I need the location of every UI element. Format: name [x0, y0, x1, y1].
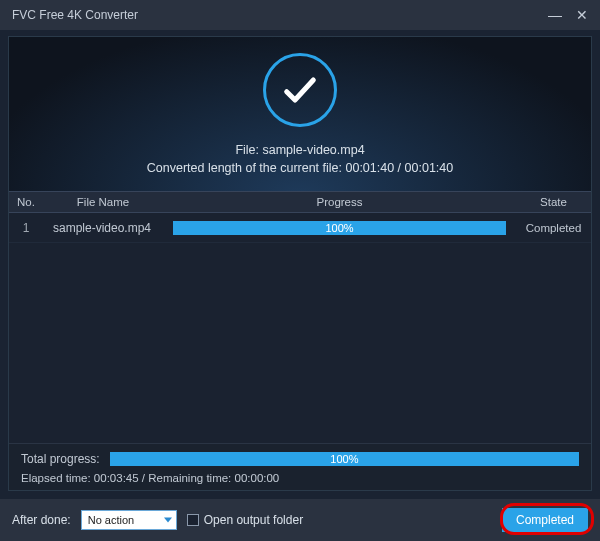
- after-done-selected-value: No action: [88, 514, 134, 526]
- footer-bar: After done: No action Open output folder…: [0, 499, 600, 541]
- total-progress-bar: 100%: [110, 452, 579, 466]
- completed-button-label: Completed: [516, 513, 574, 527]
- after-done-label: After done:: [12, 513, 71, 527]
- header-state: State: [516, 196, 591, 208]
- hero-section: File: sample-video.mp4 Converted length …: [9, 37, 591, 191]
- chevron-down-icon: [164, 518, 172, 523]
- close-button[interactable]: ✕: [576, 8, 588, 22]
- cell-file-name: sample-video.mp4: [43, 221, 163, 235]
- total-progress-label: Total progress:: [21, 452, 100, 466]
- after-done-select[interactable]: No action: [81, 510, 177, 530]
- summary-section: Total progress: 100% Elapsed time: 00:03…: [9, 443, 591, 490]
- header-file-name: File Name: [43, 196, 163, 208]
- completed-button[interactable]: Completed: [502, 508, 588, 532]
- time-info: Elapsed time: 00:03:45 / Remaining time:…: [21, 472, 579, 484]
- open-output-folder-checkbox[interactable]: Open output folder: [187, 513, 303, 527]
- header-no: No.: [9, 196, 43, 208]
- open-output-folder-label: Open output folder: [204, 513, 303, 527]
- checkbox-box: [187, 514, 199, 526]
- minimize-button[interactable]: —: [548, 8, 562, 22]
- success-check-icon: [263, 53, 337, 127]
- header-progress: Progress: [163, 196, 516, 208]
- window-title: FVC Free 4K Converter: [12, 8, 548, 22]
- total-progress-pct: 100%: [110, 452, 579, 466]
- row-progress-label: 100%: [173, 221, 506, 235]
- main-panel: File: sample-video.mp4 Converted length …: [8, 36, 592, 491]
- row-progress-bar: 100%: [173, 221, 506, 235]
- table-row[interactable]: 1 sample-video.mp4 100% Completed: [9, 213, 591, 243]
- cell-progress: 100%: [163, 221, 516, 235]
- converted-length-label: Converted length of the current file: 00…: [147, 161, 453, 175]
- cell-no: 1: [9, 221, 43, 235]
- cell-state: Completed: [516, 222, 591, 234]
- content-area: File: sample-video.mp4 Converted length …: [0, 30, 600, 499]
- app-window: FVC Free 4K Converter — ✕ File: sample-v…: [0, 0, 600, 541]
- table-body: 1 sample-video.mp4 100% Completed: [9, 213, 591, 443]
- current-file-label: File: sample-video.mp4: [235, 143, 364, 157]
- titlebar: FVC Free 4K Converter — ✕: [0, 0, 600, 30]
- table-header: No. File Name Progress State: [9, 191, 591, 213]
- total-progress-row: Total progress: 100%: [21, 452, 579, 466]
- window-controls: — ✕: [548, 8, 588, 22]
